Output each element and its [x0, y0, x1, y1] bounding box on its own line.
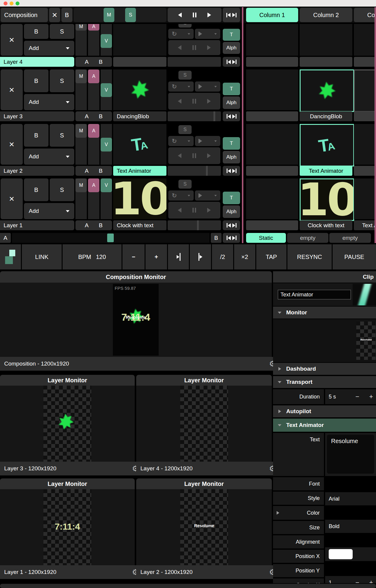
beatsnap-dropdown[interactable]: [195, 81, 220, 92]
grid-clip-name[interactable]: Text Animator: [354, 220, 376, 230]
composition-bypass-button[interactable]: B: [61, 8, 72, 22]
skip-to-end-icon[interactable]: [232, 223, 236, 228]
assign-b-button[interactable]: B: [99, 113, 103, 120]
clip-solo-button[interactable]: S: [178, 24, 192, 28]
active-clip-thumbnail[interactable]: TA: [113, 124, 166, 165]
skip-to-end-icon[interactable]: [232, 13, 236, 17]
assign-a-button[interactable]: A: [85, 59, 89, 65]
grid-cell-clock[interactable]: 10: [300, 178, 354, 221]
skip-to-start-icon[interactable]: [227, 60, 231, 64]
play-forwards-icon[interactable]: [207, 208, 211, 213]
layer-blend-dropdown[interactable]: Add: [24, 94, 74, 110]
layer-a-fader[interactable]: A: [88, 178, 99, 219]
clip-solo-button[interactable]: S: [178, 125, 192, 134]
pause-icon[interactable]: [192, 208, 196, 213]
column-2-header[interactable]: Column 2: [300, 8, 352, 22]
link-button[interactable]: LINK: [22, 244, 62, 269]
composition-monitor-header[interactable]: Composition Monitor: [0, 271, 272, 283]
layer-a-fader[interactable]: A: [88, 69, 99, 110]
play-backwards-icon[interactable]: [178, 208, 181, 213]
bottom-scrollbar[interactable]: [0, 584, 376, 588]
crossfader-track[interactable]: [12, 233, 210, 243]
play-forwards-icon[interactable]: [207, 13, 211, 17]
clip-name[interactable]: Clock with text: [113, 220, 166, 230]
assign-a-button[interactable]: A: [85, 168, 89, 174]
active-clip-thumbnail[interactable]: [113, 69, 166, 110]
clip-name-active[interactable]: Text Animator: [113, 166, 166, 176]
layer-3-name[interactable]: Layer 3: [0, 111, 74, 121]
bpm-double-button[interactable]: ×2: [234, 244, 255, 269]
crossfader-a-label[interactable]: A: [0, 233, 11, 243]
a-fader-handle[interactable]: A: [88, 124, 99, 138]
layer-v-fader[interactable]: V: [101, 124, 112, 165]
layer-a-fader[interactable]: A: [88, 124, 99, 165]
assign-b-button[interactable]: B: [99, 168, 103, 174]
layer3-monitor-header[interactable]: Layer Monitor: [0, 375, 135, 386]
deck-empty-tab[interactable]: empty: [329, 233, 371, 243]
m-fader-handle[interactable]: M: [75, 124, 87, 138]
deck-static-tab[interactable]: Static: [246, 233, 286, 243]
layer-2-name[interactable]: Layer 2: [0, 166, 74, 176]
clip-solo-button[interactable]: S: [178, 180, 192, 189]
m-fader-handle[interactable]: M: [75, 178, 87, 192]
nudge-up-button[interactable]: [190, 244, 211, 269]
minus-stepper[interactable]: −: [355, 393, 359, 401]
layer-close-button[interactable]: ×: [1, 178, 23, 219]
grid-clip-name[interactable]: DancingBlob: [300, 111, 352, 121]
bpm-value[interactable]: 120: [96, 254, 106, 260]
skip-to-start-icon[interactable]: [227, 236, 231, 240]
skip-to-start-icon[interactable]: [227, 114, 231, 119]
layer1-monitor-header[interactable]: Layer Monitor: [0, 478, 135, 489]
composition-solo-button[interactable]: S: [125, 8, 136, 22]
grid-cell-dancingblob[interactable]: [300, 69, 354, 112]
layer-blend-dropdown[interactable]: Add: [24, 41, 74, 56]
section-dashboard[interactable]: Dashboard: [273, 363, 376, 375]
expand-icon[interactable]: [277, 511, 279, 515]
section-transport[interactable]: Transport: [273, 376, 376, 388]
grid-clip-name[interactable]: Clock with text: [300, 220, 352, 230]
m-fader-handle[interactable]: M: [75, 24, 87, 31]
layer2-monitor-header[interactable]: Layer Monitor: [136, 478, 272, 489]
zoom-window-button[interactable]: [16, 1, 19, 5]
grid-cell-empty[interactable]: [354, 24, 376, 56]
grid-clip-name-active[interactable]: Text Animator: [300, 166, 352, 176]
timeline-mode-button[interactable]: T: [223, 29, 240, 41]
beatsnap-dropdown[interactable]: [195, 136, 220, 146]
layer-bypass-button[interactable]: B: [24, 178, 48, 201]
skip-to-start-icon[interactable]: [227, 223, 231, 228]
play-forwards-icon[interactable]: [207, 45, 211, 50]
pause-button[interactable]: PAUSE: [333, 244, 376, 269]
clip-solo-button[interactable]: S: [178, 71, 192, 80]
play-backwards-icon[interactable]: [178, 153, 181, 158]
clip-panel-header[interactable]: Clip: [273, 271, 376, 283]
nudge-down-button[interactable]: [168, 244, 189, 269]
plus-stepper[interactable]: +: [369, 579, 373, 583]
alpha-button[interactable]: Alph: [223, 151, 240, 163]
minus-stepper[interactable]: −: [355, 579, 359, 583]
duration-value-cell[interactable]: 5 s − +: [325, 389, 376, 404]
bpm-display[interactable]: BPM120: [63, 244, 122, 269]
color-swatch[interactable]: [329, 549, 353, 559]
play-forwards-icon[interactable]: [207, 99, 211, 104]
layer-solo-button[interactable]: S: [50, 124, 74, 147]
bpm-plus-button[interactable]: +: [145, 244, 167, 269]
pause-icon[interactable]: [192, 45, 196, 50]
assign-b-button[interactable]: B: [99, 59, 103, 65]
playmode-dropdown[interactable]: ↻: [168, 81, 194, 92]
minimize-window-button[interactable]: [10, 1, 13, 5]
section-text-animator[interactable]: Text Animator: [273, 419, 376, 432]
v-fader-handle[interactable]: V: [101, 34, 112, 48]
grid-cell-empty[interactable]: [354, 124, 376, 165]
active-clip-thumbnail[interactable]: [113, 24, 166, 56]
layer-m-fader[interactable]: M: [75, 124, 87, 165]
skip-to-start-icon[interactable]: [226, 13, 231, 17]
play-backwards-icon[interactable]: [178, 99, 181, 104]
tap-button[interactable]: TAP: [256, 244, 286, 269]
grid-cell-empty[interactable]: [246, 178, 298, 219]
layer-m-fader[interactable]: M: [75, 69, 87, 110]
pause-icon[interactable]: [192, 99, 196, 104]
layer-v-fader[interactable]: V: [101, 178, 112, 219]
play-forwards-icon[interactable]: [207, 153, 211, 158]
timeline-mode-button[interactable]: T: [223, 192, 240, 204]
font-value-cell[interactable]: Arial: [325, 492, 376, 505]
